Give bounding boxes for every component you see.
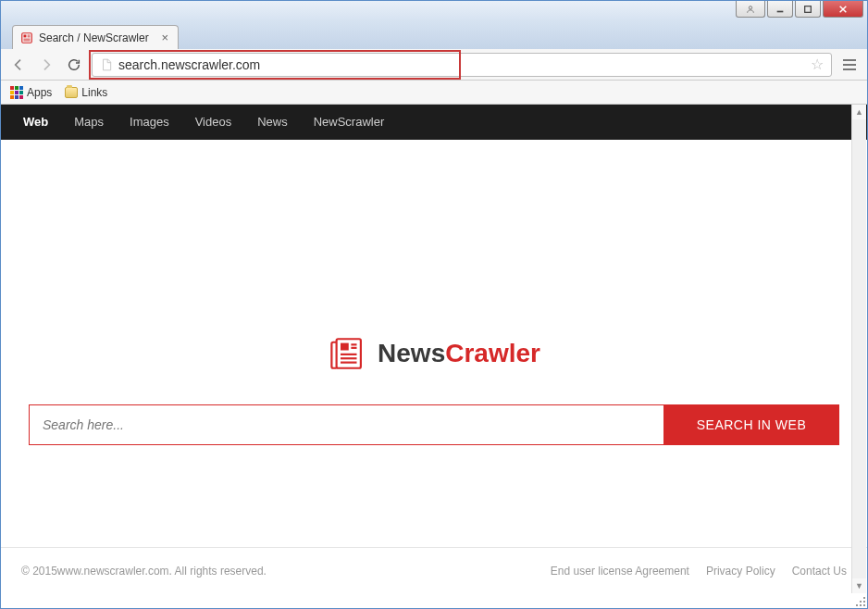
logo-newspaper-icon bbox=[328, 334, 366, 373]
search-input[interactable] bbox=[29, 404, 663, 445]
forward-button[interactable] bbox=[36, 55, 56, 75]
search-button[interactable]: SEARCH IN WEB bbox=[663, 404, 839, 445]
footer-link-contact[interactable]: Contact Us bbox=[792, 565, 847, 578]
apps-grid-icon bbox=[10, 86, 23, 99]
svg-rect-10 bbox=[341, 343, 349, 351]
resize-grip-icon[interactable] bbox=[854, 595, 865, 606]
logo-part1: News bbox=[378, 339, 445, 367]
footer-link-eula[interactable]: End user license Agreement bbox=[551, 565, 689, 578]
user-button[interactable] bbox=[736, 1, 765, 18]
tab-favicon-icon bbox=[20, 31, 33, 44]
scroll-down-icon[interactable]: ▼ bbox=[852, 578, 866, 593]
links-folder[interactable]: Links bbox=[65, 86, 107, 99]
nav-images[interactable]: Images bbox=[117, 105, 182, 140]
logo-text: NewsCrawler bbox=[378, 339, 540, 368]
nav-newscrawler[interactable]: NewScrawler bbox=[301, 105, 398, 140]
nav-web[interactable]: Web bbox=[10, 105, 61, 140]
svg-rect-1 bbox=[777, 10, 784, 12]
tab-bar: Search / NewScrawler × bbox=[1, 23, 867, 49]
apps-label: Apps bbox=[27, 86, 52, 99]
scroll-up-icon[interactable]: ▲ bbox=[852, 105, 866, 119]
browser-tab[interactable]: Search / NewScrawler × bbox=[12, 25, 179, 49]
search-row: SEARCH IN WEB bbox=[29, 404, 839, 445]
logo-part2: Crawler bbox=[445, 339, 540, 367]
footer-copyright: © 2015www.newscrawler.com. All rights re… bbox=[21, 565, 551, 578]
folder-icon bbox=[65, 87, 78, 98]
back-button[interactable] bbox=[8, 55, 29, 75]
hamburger-menu-icon[interactable] bbox=[839, 55, 860, 75]
window-titlebar bbox=[1, 1, 867, 23]
vertical-scrollbar[interactable]: ▲ ▼ bbox=[851, 105, 866, 593]
bookmark-star-icon[interactable]: ☆ bbox=[811, 56, 824, 73]
nav-videos[interactable]: Videos bbox=[182, 105, 245, 140]
footer: © 2015www.newscrawler.com. All rights re… bbox=[1, 547, 867, 593]
toolbar: search.newscrawler.com ☆ bbox=[1, 49, 867, 81]
svg-rect-2 bbox=[805, 6, 812, 12]
maximize-button[interactable] bbox=[795, 1, 821, 18]
links-label: Links bbox=[81, 86, 107, 99]
nav-maps[interactable]: Maps bbox=[61, 105, 117, 140]
page-icon bbox=[100, 58, 113, 71]
tab-title: Search / NewScrawler bbox=[39, 31, 149, 44]
site-nav: Web Maps Images Videos News NewScrawler bbox=[1, 105, 867, 140]
svg-point-0 bbox=[749, 6, 751, 8]
tab-close-icon[interactable]: × bbox=[161, 31, 168, 44]
svg-rect-4 bbox=[24, 34, 27, 37]
address-bar[interactable]: search.newscrawler.com ☆ bbox=[92, 53, 832, 77]
minimize-button[interactable] bbox=[767, 1, 793, 18]
svg-rect-3 bbox=[22, 32, 32, 43]
address-text: search.newscrawler.com bbox=[118, 57, 811, 72]
close-button[interactable] bbox=[823, 1, 863, 18]
apps-button[interactable]: Apps bbox=[10, 86, 52, 99]
logo: NewsCrawler bbox=[328, 334, 540, 373]
reload-button[interactable] bbox=[64, 55, 84, 75]
nav-news[interactable]: News bbox=[244, 105, 301, 140]
footer-link-privacy[interactable]: Privacy Policy bbox=[706, 565, 775, 578]
bookmarks-bar: Apps Links bbox=[1, 81, 867, 105]
page-content: NewsCrawler SEARCH IN WEB © 2015www.news… bbox=[1, 140, 867, 593]
